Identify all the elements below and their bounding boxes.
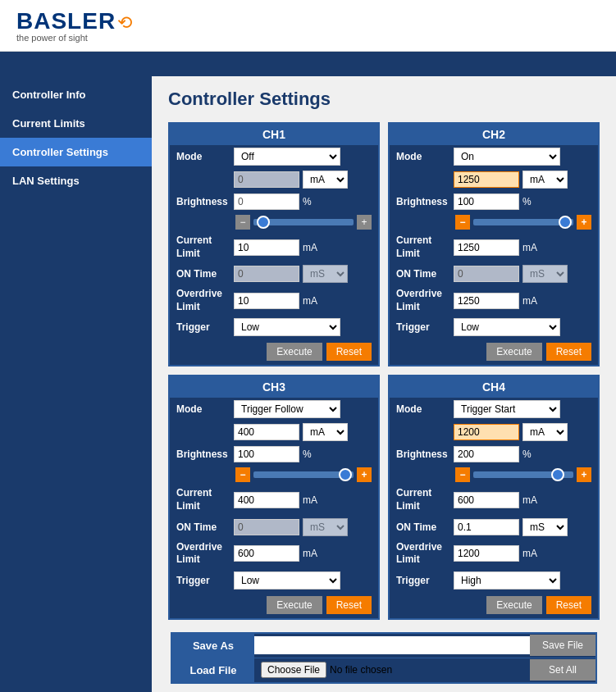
ch2-mode-label: Mode <box>396 151 454 162</box>
ch1-current-limit-row: CurrentLimit mA <box>170 232 378 262</box>
ch1-current-unit-select[interactable]: mA <box>303 171 348 189</box>
ch2-current-limit-input[interactable] <box>454 239 519 256</box>
ch4-reset-btn[interactable]: Reset <box>546 596 591 614</box>
ch4-trigger-label: Trigger <box>396 575 454 586</box>
ch2-current-unit-select[interactable]: mA <box>522 171 568 189</box>
ch1-current-input[interactable] <box>234 171 299 188</box>
ch4-current-limit-label: CurrentLimit <box>396 487 454 512</box>
ch4-trigger-select[interactable]: LowHigh <box>454 571 560 590</box>
ch3-on-time-label: ON Time <box>176 521 234 533</box>
ch3-slider-minus[interactable]: − <box>235 467 250 482</box>
ch4-brightness-input[interactable] <box>454 446 519 462</box>
ch4-on-time-input[interactable] <box>454 519 519 535</box>
ch2-reset-btn[interactable]: Reset <box>546 343 591 361</box>
ch4-current-input[interactable] <box>454 424 519 440</box>
ch3-mode-label: Mode <box>176 403 234 415</box>
ch3-slider-plus[interactable]: + <box>357 467 372 482</box>
load-file-row: Load File Set All <box>172 658 595 682</box>
ch3-trigger-label: Trigger <box>176 575 234 586</box>
ch2-slider-minus[interactable]: − <box>455 215 470 230</box>
load-file-input[interactable] <box>254 658 530 681</box>
ch2-slider-thumb <box>559 216 572 229</box>
ch4-current-limit-input[interactable] <box>454 492 519 508</box>
ch3-brightness-input[interactable] <box>234 446 299 462</box>
ch2-on-time-unit[interactable]: mS <box>522 265 568 283</box>
ch3-slider-track[interactable] <box>253 471 354 478</box>
ch4-execute-btn[interactable]: Execute <box>486 596 541 614</box>
ch4-on-time-unit[interactable]: mS <box>522 518 568 536</box>
ch3-on-time-row: ON Time mS <box>170 516 378 539</box>
ch4-mode-select[interactable]: OffOnTrigger FollowTrigger Start <box>454 400 560 418</box>
save-file-btn[interactable]: Save File <box>530 635 595 656</box>
logo: BASLER ⟲ the power of sight <box>16 8 132 43</box>
ch3-reset-btn[interactable]: Reset <box>326 596 372 614</box>
sidebar-item-lan-settings[interactable]: LAN Settings <box>0 166 152 195</box>
ch1-on-time-unit[interactable]: mS <box>303 265 348 283</box>
ch4-slider-minus[interactable]: − <box>455 467 470 482</box>
ch1-on-time-input[interactable] <box>234 266 299 282</box>
ch1-current-limit-input[interactable] <box>234 239 299 256</box>
ch2-execute-btn[interactable]: Execute <box>486 343 541 361</box>
ch2-slider-track[interactable] <box>473 219 573 225</box>
ch1-header: CH1 <box>170 124 378 145</box>
save-as-input[interactable] <box>254 636 530 654</box>
ch1-overdrive-input[interactable] <box>234 293 299 309</box>
set-all-btn[interactable]: Set All <box>530 659 595 681</box>
ch1-brightness-input[interactable] <box>234 193 299 210</box>
ch1-trigger-row: Trigger LowHigh <box>170 316 378 339</box>
ch4-slider-thumb <box>551 468 564 481</box>
ch3-overdrive-row: OverdriveLimit mA <box>170 539 378 569</box>
ch4-slider-plus[interactable]: + <box>577 467 591 482</box>
ch4-trigger-row: Trigger LowHigh <box>390 569 598 592</box>
sidebar-item-controller-info[interactable]: Controller Info <box>0 80 152 109</box>
ch3-current-limit-row: CurrentLimit mA <box>170 485 378 515</box>
ch1-reset-btn[interactable]: Reset <box>326 343 372 361</box>
ch1-execute-btn[interactable]: Execute <box>267 343 322 361</box>
ch3-btn-row: Execute Reset <box>170 592 378 618</box>
ch3-execute-btn[interactable]: Execute <box>267 596 322 614</box>
sidebar-item-current-limits[interactable]: Current Limits <box>0 109 152 138</box>
ch2-btn-row: Execute Reset <box>390 339 598 365</box>
ch3-overdrive-input[interactable] <box>234 545 299 562</box>
ch4-slider-track[interactable] <box>473 471 573 478</box>
ch2-on-time-input[interactable] <box>454 266 519 282</box>
ch1-current-limit-unit: mA <box>303 242 317 253</box>
ch1-slider-track[interactable] <box>253 219 354 225</box>
ch1-on-time-row: ON Time mS <box>170 262 378 285</box>
sidebar-item-controller-settings[interactable]: Controller Settings <box>0 138 152 166</box>
ch4-header: CH4 <box>390 376 598 398</box>
ch4-overdrive-input[interactable] <box>454 545 519 562</box>
ch1-mode-select[interactable]: OffOnTrigger FollowTrigger Start <box>234 148 340 166</box>
ch4-current-limit-row: CurrentLimit mA <box>390 485 598 515</box>
ch2-slider-row: − + <box>390 212 598 232</box>
file-section: Save As Save File Load File Set All <box>171 632 597 684</box>
ch2-trigger-select[interactable]: LowHigh <box>454 318 560 336</box>
content-area: Controller Settings CH1 Mode OffOnTrigge… <box>152 76 616 692</box>
ch2-slider-plus[interactable]: + <box>577 215 591 230</box>
ch3-current-limit-label: CurrentLimit <box>176 487 234 512</box>
ch3-on-time-unit[interactable]: mS <box>303 518 348 536</box>
channels-grid: CH1 Mode OffOnTrigger FollowTrigger Star… <box>168 122 600 620</box>
ch3-brightness-pct: % <box>303 448 312 460</box>
ch1-overdrive-row: OverdriveLimit mA <box>170 285 378 316</box>
ch2-brightness-input[interactable] <box>454 193 519 210</box>
ch1-trigger-select[interactable]: LowHigh <box>234 318 340 336</box>
ch3-on-time-input[interactable] <box>234 519 299 535</box>
ch2-brightness-label: Brightness <box>396 196 454 207</box>
ch2-trigger-label: Trigger <box>396 321 454 333</box>
ch3-trigger-select[interactable]: LowHigh <box>234 571 340 590</box>
ch1-slider-minus[interactable]: − <box>235 215 250 230</box>
ch2-mode-select[interactable]: OffOnTrigger FollowTrigger Start <box>454 148 560 166</box>
ch3-current-input[interactable] <box>234 424 299 440</box>
header: BASLER ⟲ the power of sight <box>0 0 616 52</box>
ch3-current-limit-input[interactable] <box>234 492 299 508</box>
channel-panel-ch3: CH3 Mode OffOnTrigger FollowTrigger Star… <box>168 375 380 619</box>
ch4-current-unit-select[interactable]: mA <box>522 423 568 441</box>
ch1-on-time-label: ON Time <box>176 268 234 280</box>
ch1-slider-plus[interactable]: + <box>357 215 372 230</box>
ch3-current-unit-select[interactable]: mA <box>303 423 348 441</box>
ch3-slider-row: − + <box>170 465 378 485</box>
ch3-mode-select[interactable]: OffOnTrigger FollowTrigger Start <box>234 400 340 418</box>
ch2-overdrive-input[interactable] <box>454 293 519 309</box>
ch2-current-input[interactable] <box>454 171 519 188</box>
